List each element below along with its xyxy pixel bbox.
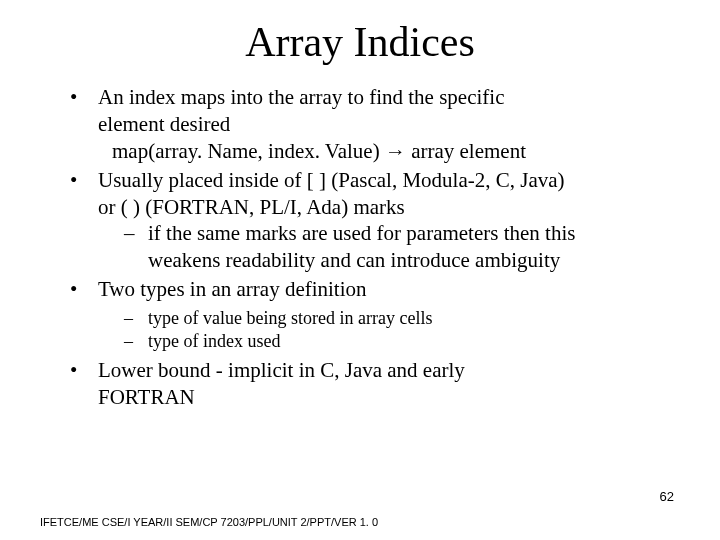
sub-list: type of value being stored in array cell… [124,307,680,353]
bullet-text: map(array. Name, index. Value) → array e… [98,138,680,165]
bullet-text: FORTRAN [98,385,195,409]
page-number: 62 [660,489,674,504]
slide-title: Array Indices [40,18,680,66]
bullet-text: element desired [98,112,230,136]
bullet-item: Lower bound - implicit in C, Java and ea… [70,357,680,411]
slide: Array Indices An index maps into the arr… [0,0,720,540]
footer-text: IFETCE/ME CSE/I YEAR/II SEM/CP 7203/PPL/… [40,516,378,528]
bullet-text: Two types in an array definition [98,277,367,301]
bullet-text: Usually placed inside of [ ] (Pascal, Mo… [98,168,565,192]
bullet-text: if the same marks are used for parameter… [148,221,575,245]
bullet-list: An index maps into the array to find the… [70,84,680,411]
bullet-text: weakens readability and can introduce am… [148,248,560,272]
sub-item: if the same marks are used for parameter… [124,220,680,274]
bullet-text: An index maps into the array to find the… [98,85,504,109]
bullet-text: type of index used [148,331,280,351]
bullet-text: type of value being stored in array cell… [148,308,432,328]
bullet-item: An index maps into the array to find the… [70,84,680,165]
bullet-item: Two types in an array definition type of… [70,276,680,353]
bullet-item: Usually placed inside of [ ] (Pascal, Mo… [70,167,680,275]
sub-item: type of index used [124,330,680,353]
sub-list: if the same marks are used for parameter… [124,220,680,274]
bullet-text: Lower bound - implicit in C, Java and ea… [98,358,465,382]
bullet-text: or ( ) (FORTRAN, PL/I, Ada) marks [98,195,405,219]
sub-item: type of value being stored in array cell… [124,307,680,330]
